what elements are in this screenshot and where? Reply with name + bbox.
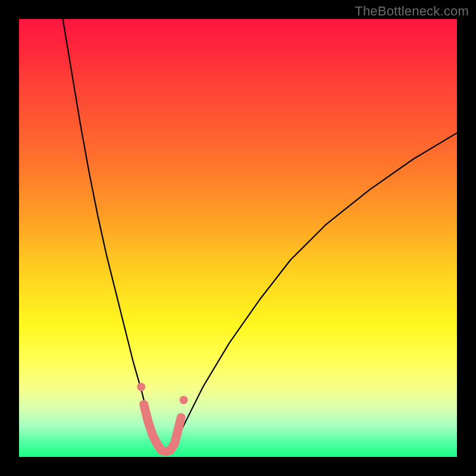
watermark-text: TheBottleneck.com xyxy=(355,4,469,19)
highlight-dot xyxy=(180,396,188,404)
chart-frame: TheBottleneck.com xyxy=(0,0,476,476)
highlight-path xyxy=(144,405,181,452)
highlight-dot xyxy=(137,383,145,391)
bottleneck-curve xyxy=(63,19,457,453)
curve-svg xyxy=(19,19,457,457)
highlight-markers xyxy=(137,383,187,452)
plot-area xyxy=(19,19,457,457)
